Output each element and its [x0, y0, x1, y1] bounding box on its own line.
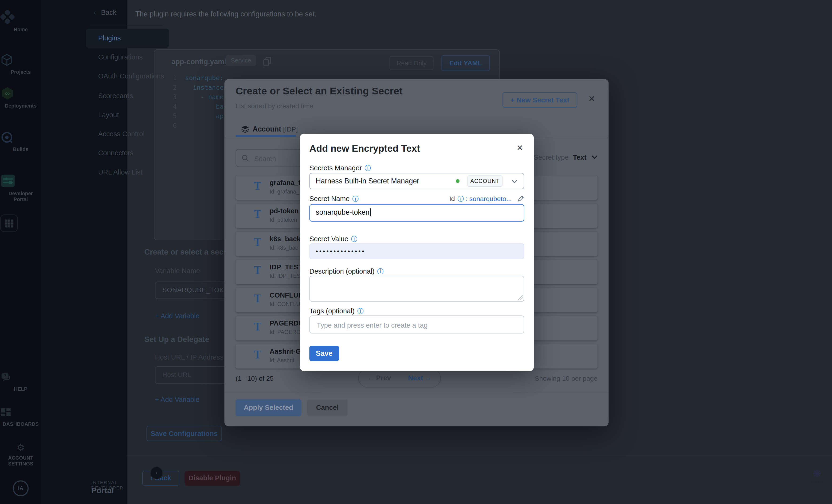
developer-portal-icon — [0, 173, 42, 188]
sidebar-item-oauth-configurations[interactable]: OAuth Configurations — [86, 67, 169, 86]
nav-developer-portal[interactable]: Developer Portal — [0, 173, 42, 202]
harness-home-icon — [0, 10, 42, 24]
nav-deployments-label: Deployments — [5, 103, 37, 109]
help-chat-icon: ? — [0, 371, 42, 384]
resize-handle-icon[interactable] — [518, 296, 522, 300]
save-button[interactable]: Save — [309, 346, 339, 361]
edit-yaml-button[interactable]: Edit YAML — [441, 55, 490, 71]
id-label: Id — [449, 195, 455, 203]
sidebar-item-configurations[interactable]: Configurations — [86, 48, 169, 67]
chevron-down-icon — [592, 155, 597, 159]
secret-type-label: Secret type — [534, 153, 569, 161]
secrets-manager-select[interactable]: Harness Built-in Secret Manager ACCOUNT — [309, 173, 524, 189]
close-icon[interactable]: ✕ — [517, 143, 523, 153]
nav-help[interactable]: ? HELP — [0, 371, 42, 392]
disable-plugin-button[interactable]: Disable Plugin — [185, 471, 240, 486]
menu-footer-title: Portal — [91, 486, 114, 495]
modal-subtitle: List sorted by created time — [235, 103, 313, 110]
dashboards-icon — [0, 407, 42, 419]
nav-deployments[interactable]: ∞ Deployments — [0, 86, 42, 109]
description-textarea[interactable] — [309, 276, 524, 302]
nav-dashboards-label: DASHBOARDS — [3, 421, 39, 427]
description-label: Description (optional)ⓘ — [309, 267, 384, 276]
next-page-button[interactable]: Next → — [399, 369, 440, 387]
add-variable-link[interactable]: + Add Variable — [155, 312, 200, 319]
secret-id-link[interactable]: : sonarqubeto... — [466, 195, 512, 203]
delegate-section-heading: Set Up a Delegate — [144, 335, 209, 344]
nav-builds-label: Builds — [13, 146, 28, 152]
info-icon: ⓘ — [352, 195, 359, 204]
encrypted-text-modal: Add new Encrypted Text ✕ Secrets Manager… — [300, 134, 534, 371]
nav-builds[interactable]: Builds — [0, 130, 42, 152]
app-root: Home Projects ∞ Deployments Builds Devel… — [0, 0, 832, 504]
modal-title: Add new Encrypted Text — [309, 143, 420, 154]
secret-value-label: Secret Valueⓘ — [309, 235, 357, 244]
svg-text:∞: ∞ — [5, 89, 10, 97]
add-variable-link-2[interactable]: + Add Variable — [155, 395, 200, 403]
nav-home[interactable]: Home — [0, 10, 42, 32]
nav-more-modules[interactable] — [0, 214, 42, 234]
nav-account-settings[interactable]: ⚙ ACCOUNT SETTINGS — [0, 443, 42, 467]
builds-icon — [0, 130, 42, 144]
prev-page-button[interactable]: ← Prev — [359, 369, 399, 387]
collapse-nav-button[interactable]: ‹ — [150, 467, 163, 479]
tab-account-idp[interactable]: Account [IDP] — [241, 125, 298, 133]
tags-label: Tags (optional)ⓘ — [309, 307, 364, 316]
close-icon[interactable]: ✕ — [588, 94, 595, 104]
yaml-line: 1sonarqube: — [164, 74, 224, 84]
tags-input[interactable] — [316, 316, 519, 334]
yaml-filename: app-config.yaml — [171, 58, 226, 66]
secret-name-label: Secret Nameⓘ — [309, 195, 359, 204]
secret-id-row: Idⓘ : sonarqubeto... — [449, 195, 524, 204]
sidebar-item-scorecards[interactable]: Scorecards — [86, 86, 169, 106]
copy-icon[interactable] — [263, 56, 272, 66]
pagination-group: ← Prev Next → — [358, 368, 441, 388]
menu-back-link[interactable]: ‹Back — [94, 8, 116, 17]
new-secret-text-button[interactable]: + New Secret Text — [503, 92, 577, 108]
nav-home-label: Home — [14, 27, 28, 32]
host-url-label: Host URL / IP Address — [155, 353, 224, 361]
nav-projects-label: Projects — [11, 69, 31, 75]
search-icon — [241, 154, 250, 162]
nav-account-settings-label: ACCOUNT SETTINGS — [4, 455, 37, 467]
page-intro-text: The plugin requires the following config… — [135, 10, 317, 18]
nav-developer-portal-label: Developer Portal — [4, 190, 37, 202]
sidebar-item-access-control[interactable]: Access Control — [86, 125, 169, 144]
user-avatar[interactable]: IA — [0, 480, 42, 496]
aida-assistant-button[interactable]: ❋ AIDA — [805, 468, 830, 484]
active-tab-underline — [235, 135, 296, 137]
footer-divider — [127, 455, 832, 455]
chevron-left-icon: ‹ — [94, 8, 96, 17]
modal-title: Create or Select an Existing Secret — [235, 85, 402, 97]
info-icon: ⓘ — [365, 164, 371, 173]
info-icon: ⓘ — [458, 195, 464, 204]
secret-value-input[interactable]: •••••••••••••• — [309, 243, 524, 259]
svg-text:?: ? — [4, 374, 6, 379]
sidebar-item-plugins[interactable]: Plugins — [86, 29, 169, 48]
apply-selected-button[interactable]: Apply Selected — [235, 399, 301, 416]
sidebar-item-url-allow-list[interactable]: URL Allow List — [86, 163, 169, 182]
secret-type-value: Text — [573, 153, 587, 161]
per-page-text: Showing 10 per page — [535, 375, 597, 382]
secret-name-input[interactable]: sonarqube-token — [309, 204, 524, 222]
yaml-line: 3 - name: — [164, 93, 228, 103]
aida-label: AIDA — [805, 479, 830, 485]
service-badge: Service — [226, 55, 257, 66]
edit-pencil-icon[interactable] — [517, 195, 524, 202]
info-icon: ⓘ — [357, 307, 364, 316]
sidebar-item-connectors[interactable]: Connectors — [86, 144, 169, 163]
text-secret-icon: T — [254, 319, 261, 334]
read-only-button[interactable]: Read Only — [390, 56, 434, 70]
cancel-button[interactable]: Cancel — [307, 399, 348, 416]
chevron-down-icon — [512, 180, 517, 184]
sidebar-item-layout[interactable]: Layout — [86, 106, 169, 124]
projects-cube-icon — [0, 53, 42, 67]
aida-flower-icon: ❋ — [805, 468, 830, 479]
secret-type-dropdown[interactable]: Secret typeText — [534, 153, 597, 161]
secrets-manager-value: Harness Built-in Secret Manager — [316, 173, 419, 189]
secrets-manager-label: Secrets Managerⓘ — [309, 164, 371, 173]
save-configurations-button[interactable]: Save Configurations — [147, 426, 222, 441]
nav-projects[interactable]: Projects — [0, 53, 42, 75]
nav-help-label: HELP — [14, 386, 27, 392]
nav-dashboards[interactable]: DASHBOARDS — [0, 407, 42, 427]
